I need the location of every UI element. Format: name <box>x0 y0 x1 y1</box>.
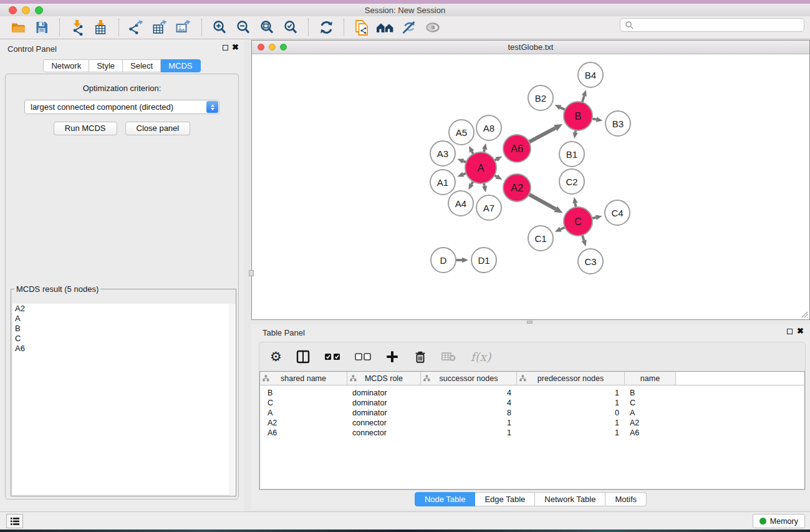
node-C3[interactable]: C3 <box>578 249 603 274</box>
first-neighbors-button[interactable] <box>374 17 397 37</box>
mcds-result-item[interactable]: C <box>12 334 234 344</box>
import-table-button[interactable] <box>89 17 113 37</box>
node-B1[interactable]: B1 <box>559 142 584 167</box>
select-all-rows-button[interactable] <box>324 352 340 361</box>
table-row[interactable]: A6connector11A6 <box>260 428 804 438</box>
optimization-criterion-select[interactable]: largest connected component (directed) <box>24 100 219 114</box>
close-panel-button[interactable]: Close panel <box>125 122 191 135</box>
new-network-from-selection-button[interactable] <box>350 17 374 37</box>
table-cell[interactable]: 4 <box>421 398 517 408</box>
node-C2[interactable]: C2 <box>559 169 584 194</box>
table-cell[interactable]: 0 <box>517 408 625 418</box>
column-header-shared-name[interactable]: shared name <box>260 372 347 385</box>
save-session-button[interactable] <box>30 17 54 37</box>
tab-network-table[interactable]: Network Table <box>535 492 605 506</box>
tab-select[interactable]: Select <box>123 59 161 72</box>
table-cell[interactable]: B <box>260 388 347 398</box>
zoom-window-button[interactable] <box>35 6 43 14</box>
network-zoom-button[interactable] <box>280 44 287 51</box>
table-cell[interactable]: B <box>625 388 676 398</box>
show-graphics-details-button[interactable] <box>421 17 445 37</box>
node-A5[interactable]: A5 <box>449 120 474 145</box>
zoom-out-button[interactable] <box>231 17 255 37</box>
table-cell[interactable]: 1 <box>517 398 625 408</box>
table-cell[interactable]: 1 <box>517 388 625 398</box>
table-cell[interactable]: A <box>260 408 347 418</box>
tab-style[interactable]: Style <box>89 59 123 72</box>
node-D[interactable]: D <box>431 248 456 273</box>
export-table-button[interactable] <box>148 17 172 37</box>
open-file-button[interactable] <box>6 17 30 37</box>
table-close-icon[interactable]: ✖ <box>797 326 804 336</box>
network-canvas[interactable]: AA1A2A3A4A5A6A7A8BB1B2B3B4CC1C2C3C4DD1 <box>252 54 809 319</box>
column-header-MCDS-role[interactable]: MCDS role <box>347 372 421 385</box>
export-network-button[interactable] <box>125 17 148 37</box>
node-B2[interactable]: B2 <box>528 85 553 110</box>
node-A[interactable]: A <box>465 152 496 183</box>
close-window-button[interactable] <box>9 6 17 14</box>
table-cell[interactable]: connector <box>347 418 421 428</box>
table-cell[interactable]: A6 <box>260 428 347 438</box>
table-cell[interactable]: 1 <box>421 418 517 428</box>
table-cell[interactable]: A <box>625 408 676 418</box>
tab-mcds[interactable]: MCDS <box>161 59 200 72</box>
tab-network[interactable]: Network <box>43 59 89 72</box>
table-row[interactable]: Cdominator41C <box>260 398 804 408</box>
zoom-selected-button[interactable] <box>279 17 302 37</box>
mcds-result-item[interactable]: A2 <box>12 304 234 314</box>
table-row[interactable]: Bdominator41B <box>260 388 804 398</box>
node-C4[interactable]: C4 <box>605 200 630 225</box>
node-A1[interactable]: A1 <box>430 170 455 195</box>
divider-handle[interactable] <box>249 270 254 276</box>
network-minimize-button[interactable] <box>269 44 276 51</box>
delete-columns-button[interactable] <box>413 350 427 364</box>
node-B[interactable]: B <box>564 102 592 130</box>
table-cell[interactable]: connector <box>347 428 421 438</box>
export-image-button[interactable] <box>172 17 196 37</box>
node-C1[interactable]: C1 <box>528 226 553 251</box>
table-cell[interactable]: A2 <box>260 418 347 428</box>
node-A6[interactable]: A6 <box>503 135 531 162</box>
node-A2[interactable]: A2 <box>503 174 531 201</box>
table-row[interactable]: Adominator80A <box>260 408 804 418</box>
horizontal-divider-handle[interactable] <box>527 321 533 324</box>
table-cell[interactable]: A6 <box>625 428 676 438</box>
table-cell[interactable]: dominator <box>347 388 421 398</box>
node-C[interactable]: C <box>564 207 592 236</box>
table-cell[interactable]: 1 <box>421 428 517 438</box>
mcds-result-scrollbar[interactable] <box>229 304 236 496</box>
zoom-in-button[interactable] <box>208 17 231 37</box>
table-cell[interactable]: 8 <box>421 408 517 418</box>
mcds-result-item[interactable]: A6 <box>12 344 234 354</box>
hide-labels-button[interactable] <box>397 17 421 37</box>
node-A8[interactable]: A8 <box>476 115 501 140</box>
create-new-column-button[interactable] <box>385 350 399 364</box>
table-cell[interactable]: A2 <box>625 418 676 428</box>
column-header-successor-nodes[interactable]: successor nodes <box>421 372 517 385</box>
table-row[interactable]: A2connector11A2 <box>260 418 804 428</box>
table-float-icon[interactable] <box>787 329 793 334</box>
node-D1[interactable]: D1 <box>471 248 496 273</box>
column-header-predecessor-nodes[interactable]: predecessor nodes <box>517 372 625 385</box>
node-B4[interactable]: B4 <box>578 62 603 87</box>
table-cell[interactable]: 4 <box>421 388 517 398</box>
table-cell[interactable]: C <box>625 398 676 408</box>
zoom-fit-button[interactable] <box>255 17 279 37</box>
mcds-result-list[interactable]: A2ABCA6 <box>12 304 234 495</box>
deselect-all-rows-button[interactable] <box>355 352 371 361</box>
table-cell[interactable]: C <box>260 398 347 408</box>
float-panel-icon[interactable] <box>223 45 228 51</box>
table-cell[interactable]: dominator <box>347 408 421 418</box>
search-field[interactable] <box>620 18 804 32</box>
table-cell[interactable]: 1 <box>517 418 625 428</box>
network-window-titlebar[interactable]: testGlobe.txt <box>252 41 809 54</box>
show-hide-columns-button[interactable] <box>296 350 310 364</box>
node-A7[interactable]: A7 <box>476 195 501 220</box>
import-network-button[interactable] <box>65 17 89 37</box>
task-history-button[interactable] <box>6 514 23 528</box>
table-mode-settings-button[interactable]: ⚙ <box>270 351 282 363</box>
network-close-button[interactable] <box>258 44 264 51</box>
mcds-result-item[interactable]: A <box>12 314 234 324</box>
column-header-name[interactable]: name <box>625 372 676 385</box>
table-cell[interactable]: dominator <box>347 398 421 408</box>
